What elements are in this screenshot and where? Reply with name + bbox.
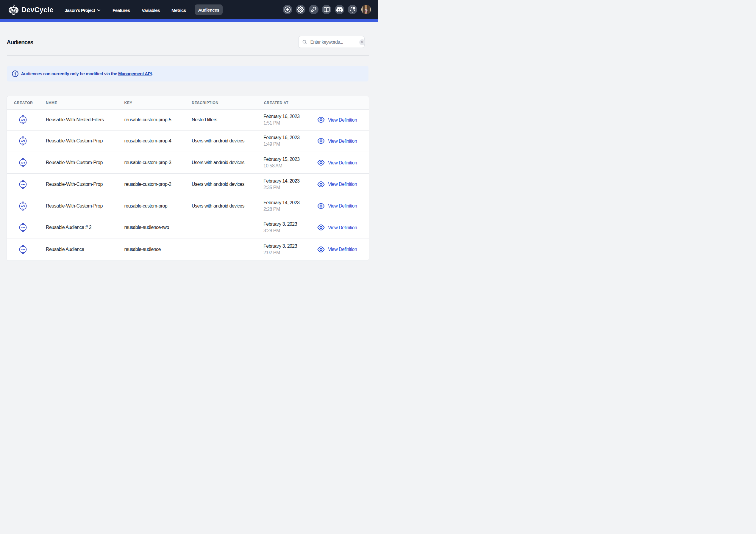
svg-text:API: API: [21, 205, 25, 208]
svg-text:API: API: [21, 140, 25, 142]
svg-text:API: API: [21, 162, 25, 164]
svg-text:API: API: [21, 226, 25, 229]
svg-text:API: API: [21, 183, 25, 186]
svg-text:API: API: [21, 248, 25, 251]
svg-text:API: API: [21, 119, 25, 121]
